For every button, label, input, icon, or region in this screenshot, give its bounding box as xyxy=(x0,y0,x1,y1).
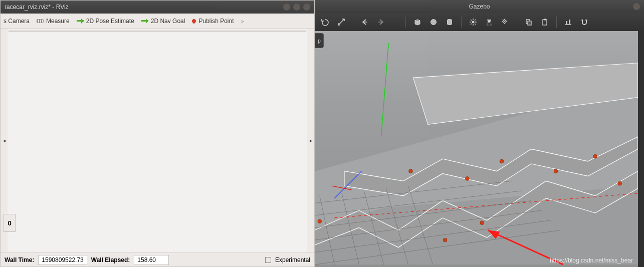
right-collapse[interactable]: ▸ xyxy=(307,29,314,252)
publish-point-tool[interactable]: Publish Point xyxy=(192,18,234,25)
cylinder-icon xyxy=(446,18,454,26)
spotlight-icon xyxy=(485,18,493,26)
svg-line-36 xyxy=(475,24,476,25)
gazebo-viewport[interactable]: p xyxy=(315,31,638,267)
forward-button[interactable] xyxy=(374,16,387,28)
svg-point-76 xyxy=(593,154,597,158)
chevron-left-icon: ◂ xyxy=(3,138,6,143)
rviz-viewport[interactable]: × × xyxy=(9,31,306,32)
gazebo-titlebar[interactable]: Gazebo xyxy=(315,0,644,13)
scale-button[interactable] xyxy=(335,16,348,28)
viewport-close-tl[interactable]: × xyxy=(9,31,15,32)
svg-point-30 xyxy=(472,21,475,24)
copy-icon xyxy=(525,18,533,26)
toolbar-overflow[interactable]: » xyxy=(241,18,244,24)
walltime-value: 1590809522.73 xyxy=(38,255,87,265)
pose-estimate-tool[interactable]: 2D Pose Estimate xyxy=(77,18,134,25)
box-icon xyxy=(413,18,421,26)
svg-line-56 xyxy=(381,43,389,137)
svg-point-71 xyxy=(318,219,322,223)
rviz-window: racecar_rviz.rviz* - RViz s Camera Measu… xyxy=(0,0,315,267)
measure-tool[interactable]: Measure xyxy=(37,18,70,25)
svg-rect-47 xyxy=(566,21,567,24)
close-icon[interactable] xyxy=(303,4,310,11)
snap-button[interactable] xyxy=(578,16,591,28)
window-title: Gazebo xyxy=(469,3,490,10)
watermark: https://blog.csdn.net/miss_bear xyxy=(550,257,633,264)
walltime-label: Wall Time: xyxy=(5,256,34,263)
paste-button[interactable] xyxy=(538,16,551,28)
minimize-icon[interactable] xyxy=(283,4,290,11)
svg-point-72 xyxy=(409,169,413,173)
experimental-checkbox[interactable] xyxy=(265,257,271,263)
svg-point-74 xyxy=(500,159,504,163)
point-light-button[interactable] xyxy=(467,16,480,28)
back-button[interactable] xyxy=(358,16,371,28)
align-icon xyxy=(564,18,572,26)
cylinder-button[interactable] xyxy=(443,16,456,28)
sphere-icon xyxy=(430,18,438,26)
svg-point-28 xyxy=(431,20,437,25)
forward-arrow-icon xyxy=(377,18,385,26)
svg-point-75 xyxy=(554,169,558,173)
back-arrow-icon xyxy=(361,18,369,26)
maximize-icon[interactable] xyxy=(293,4,300,11)
rviz-statusbar: Wall Time: 1590809522.73 Wall Elapsed: 1… xyxy=(1,252,314,266)
rviz-titlebar[interactable]: racecar_rviz.rviz* - RViz xyxy=(1,1,314,14)
paste-icon xyxy=(541,18,549,26)
wallelapsed-value: 158.60 xyxy=(134,255,169,265)
magnet-icon xyxy=(580,18,588,26)
sphere-button[interactable] xyxy=(427,16,440,28)
svg-line-38 xyxy=(471,24,472,25)
svg-rect-44 xyxy=(543,20,547,25)
directional-light-icon xyxy=(501,18,509,26)
arrow-icon xyxy=(77,20,84,22)
chevron-right-icon: ▸ xyxy=(310,138,312,143)
copy-button[interactable] xyxy=(522,16,535,28)
viewport-close-br[interactable]: × xyxy=(300,31,306,32)
close-icon[interactable] xyxy=(633,3,640,10)
camera-tool[interactable]: s Camera xyxy=(4,18,30,25)
scale-icon xyxy=(337,18,345,26)
align-button[interactable] xyxy=(562,16,575,28)
svg-rect-45 xyxy=(544,19,546,21)
undo-icon xyxy=(321,18,329,26)
pin-icon xyxy=(191,18,197,24)
display-zero: 0 xyxy=(4,214,16,232)
gazebo-window: Gazebo p xyxy=(315,0,644,267)
svg-point-78 xyxy=(443,238,447,242)
measure-icon xyxy=(37,19,44,23)
experimental-label: Experimental xyxy=(275,256,310,263)
undo-button[interactable] xyxy=(319,16,332,28)
arrow-icon xyxy=(141,20,148,22)
svg-rect-43 xyxy=(528,21,531,25)
dir-light-button[interactable] xyxy=(499,16,512,28)
spot-light-button[interactable] xyxy=(483,16,496,28)
svg-rect-48 xyxy=(569,20,570,24)
svg-point-73 xyxy=(465,176,469,180)
window-title: racecar_rviz.rviz* - RViz xyxy=(5,4,69,11)
gazebo-right-gutter xyxy=(638,31,644,267)
svg-point-77 xyxy=(618,181,622,185)
rviz-toolbar: s Camera Measure 2D Pose Estimate 2D Nav… xyxy=(1,14,314,29)
box-button[interactable] xyxy=(411,16,424,28)
gazebo-3d-scene xyxy=(315,31,638,267)
svg-line-35 xyxy=(471,20,472,21)
nav-goal-tool[interactable]: 2D Nav Goal xyxy=(141,18,185,25)
light-icon xyxy=(469,18,477,26)
svg-point-79 xyxy=(480,221,484,225)
svg-line-37 xyxy=(475,20,476,21)
gazebo-toolbar xyxy=(315,13,644,31)
wallelapsed-label: Wall Elapsed: xyxy=(91,256,130,263)
